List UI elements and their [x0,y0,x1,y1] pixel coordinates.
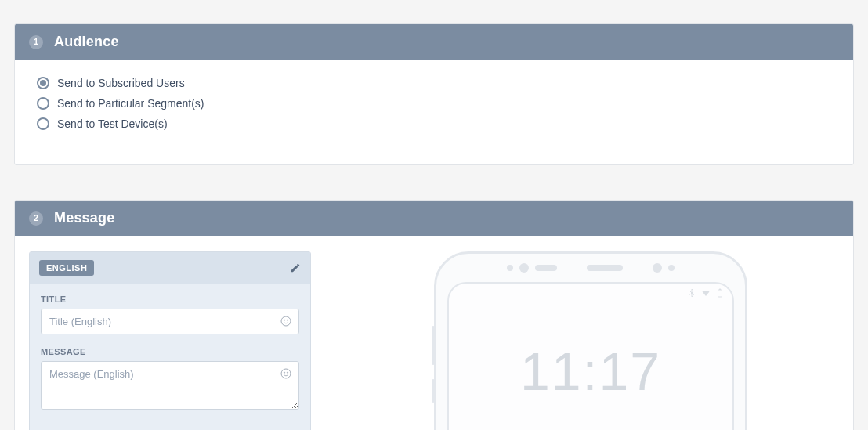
svg-rect-7 [719,289,721,291]
message-editor-panel: ENGLISH TITLE [29,251,311,430]
svg-point-2 [287,320,288,320]
svg-point-5 [287,372,288,373]
sensor-bar [535,265,557,271]
message-header: 2 Message [15,201,853,236]
svg-point-0 [281,316,291,326]
title-field-label: TITLE [41,294,299,304]
message-title: Message [54,210,114,226]
phone-top-sensors [436,254,745,282]
title-input-wrap [41,309,299,334]
radio-icon [37,97,49,110]
preview-column: 11:17 [342,251,839,430]
audience-option-label: Send to Particular Segment(s) [57,97,204,110]
message-input[interactable] [41,361,299,410]
audience-card: 1 Audience Send to Subscribed Users Send… [14,23,854,165]
audience-option-segments[interactable]: Send to Particular Segment(s) [37,97,831,110]
message-step-badge: 2 [29,211,43,226]
emoji-icon[interactable] [280,315,292,327]
audience-body: Send to Subscribed Users Send to Particu… [15,60,853,164]
sensor-dot [519,263,529,273]
sensor-dot [507,265,513,271]
preview-clock: 11:17 [449,345,732,398]
phone-side-button [432,379,435,403]
message-body: ENGLISH TITLE [15,236,853,430]
audience-step-badge: 1 [29,35,43,49]
message-field-label: MESSAGE [41,347,299,356]
audience-title: Audience [54,34,119,50]
svg-point-4 [284,372,284,373]
wifi-icon [701,288,711,298]
message-card: 2 Message ENGLISH TITLE [14,200,854,430]
speaker-icon [587,265,623,271]
language-pill[interactable]: ENGLISH [39,260,94,276]
svg-point-3 [281,369,291,378]
audience-option-subscribed[interactable]: Send to Subscribed Users [37,77,831,89]
page-root: 1 Audience Send to Subscribed Users Send… [0,0,868,430]
radio-icon [37,117,49,130]
svg-rect-6 [718,290,722,297]
phone-status-bar [449,284,732,298]
sensor-dot [653,263,662,273]
radio-icon [37,77,49,89]
sensor-dot [668,265,675,271]
audience-header: 1 Audience [15,24,853,60]
bluetooth-icon [687,288,696,298]
message-editor-body: TITLE MESSAGE [30,284,310,430]
audience-option-test-devices[interactable]: Send to Test Device(s) [37,117,831,130]
emoji-icon[interactable] [280,367,292,380]
audience-option-label: Send to Subscribed Users [57,77,185,89]
message-editor-header: ENGLISH [30,252,310,284]
svg-point-1 [284,320,284,320]
audience-option-label: Send to Test Device(s) [57,117,168,130]
battery-icon [715,288,725,298]
title-input[interactable] [41,309,299,334]
phone-mockup: 11:17 [434,251,747,430]
phone-screen: 11:17 [447,282,734,430]
phone-side-button [432,326,435,365]
edit-icon[interactable] [290,262,301,273]
message-input-wrap [41,361,299,412]
